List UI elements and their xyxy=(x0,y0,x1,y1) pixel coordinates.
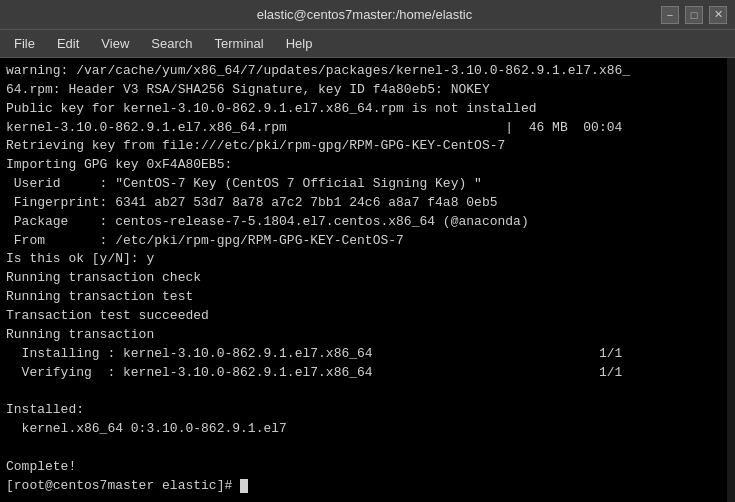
title-bar: elastic@centos7master:/home/elastic − □ … xyxy=(0,0,735,30)
terminal-body[interactable]: warning: /var/cache/yum/x86_64/7/updates… xyxy=(0,58,735,502)
maximize-button[interactable]: □ xyxy=(685,6,703,24)
title-bar-controls: − □ ✕ xyxy=(661,6,727,24)
menu-search[interactable]: Search xyxy=(141,34,202,53)
title-bar-title: elastic@centos7master:/home/elastic xyxy=(68,7,661,22)
menu-terminal[interactable]: Terminal xyxy=(205,34,274,53)
minimize-button[interactable]: − xyxy=(661,6,679,24)
close-button[interactable]: ✕ xyxy=(709,6,727,24)
menu-file[interactable]: File xyxy=(4,34,45,53)
menu-edit[interactable]: Edit xyxy=(47,34,89,53)
menu-view[interactable]: View xyxy=(91,34,139,53)
menu-help[interactable]: Help xyxy=(276,34,323,53)
scrollbar[interactable] xyxy=(727,58,735,502)
menu-bar: File Edit View Search Terminal Help xyxy=(0,30,735,58)
